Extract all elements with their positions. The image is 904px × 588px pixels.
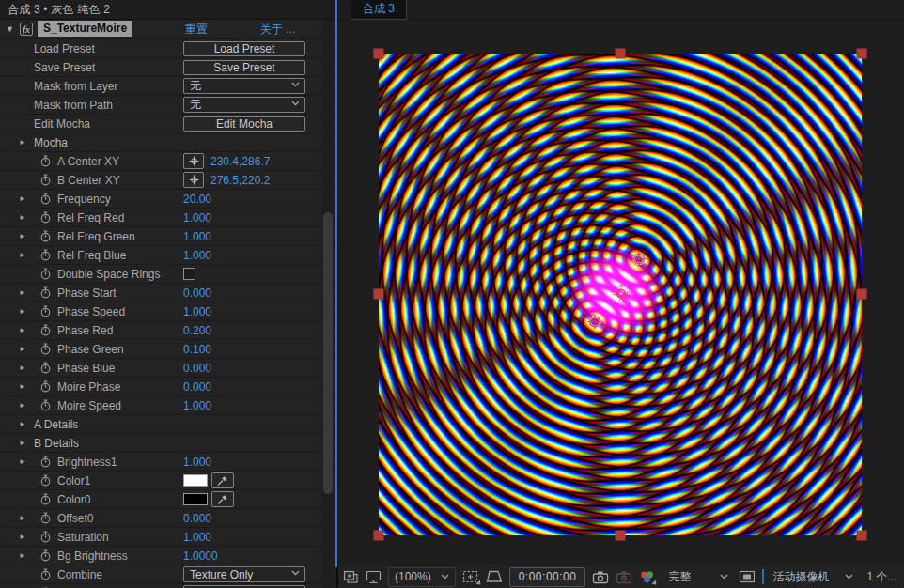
param-value[interactable]: 0.200	[183, 324, 211, 337]
expand-arrow-icon[interactable]: ►	[19, 288, 28, 298]
mask-from-layer-dropdown[interactable]: 无	[183, 78, 305, 94]
expand-arrow-icon[interactable]: ►	[19, 551, 28, 561]
timecode-display[interactable]: 0:00:00:00	[509, 567, 586, 587]
expand-arrow-icon[interactable]: ►	[19, 439, 28, 448]
expand-arrow-icon[interactable]: ►	[19, 213, 28, 223]
composition-tab[interactable]: 合成 3	[351, 0, 407, 20]
color0-swatch[interactable]	[183, 493, 208, 505]
stopwatch-icon[interactable]	[39, 305, 52, 317]
transform-handle[interactable]	[374, 289, 384, 300]
stopwatch-icon[interactable]	[39, 193, 52, 205]
camera-view-select[interactable]: 活动摄像机	[772, 569, 853, 585]
stopwatch-icon[interactable]	[39, 474, 52, 487]
stopwatch-icon[interactable]	[39, 155, 52, 167]
transform-handle[interactable]	[616, 531, 626, 541]
param-value[interactable]: 0.000	[183, 380, 211, 394]
scrollbar-thumb[interactable]	[323, 212, 333, 494]
a-center-xy-crosshair-button[interactable]	[183, 153, 204, 169]
param-value[interactable]: 1.000	[183, 230, 211, 243]
load-preset-button[interactable]: Load Preset	[183, 41, 305, 56]
stopwatch-icon[interactable]	[39, 211, 52, 224]
stopwatch-icon[interactable]	[39, 174, 52, 186]
view-layout-select[interactable]: 1 个...	[866, 569, 904, 585]
expand-arrow-icon[interactable]: ►	[19, 401, 28, 410]
about-link[interactable]: 关于 ...	[260, 22, 295, 38]
expand-arrow-icon[interactable]: ►	[19, 457, 28, 467]
effect-controls-tab[interactable]: 合成 3 • 灰色 纯色 2	[0, 2, 110, 18]
param-value[interactable]: 0.000	[183, 512, 211, 525]
expand-arrow-icon[interactable]: ►	[19, 533, 28, 542]
collapse-arrow-icon[interactable]: ▼	[6, 24, 15, 34]
expand-arrow-icon[interactable]: ►	[19, 345, 28, 354]
stopwatch-icon[interactable]	[39, 399, 52, 411]
color1-eyedropper[interactable]	[211, 472, 234, 488]
save-preset-button[interactable]: Save Preset	[183, 60, 305, 75]
param-value[interactable]: 0.000	[183, 362, 211, 375]
expand-arrow-icon[interactable]: ►	[19, 138, 28, 147]
expand-arrow-icon[interactable]: ►	[19, 420, 28, 429]
magnification-control[interactable]: (100%)	[388, 567, 456, 587]
param-value[interactable]: 1.000	[183, 305, 211, 318]
expand-arrow-icon[interactable]: ►	[19, 364, 28, 373]
stopwatch-icon[interactable]	[39, 549, 52, 562]
transform-handle[interactable]	[616, 49, 626, 59]
stopwatch-icon[interactable]	[39, 456, 52, 468]
transform-handle[interactable]	[374, 49, 384, 59]
a-center-control-point[interactable]	[587, 314, 603, 333]
stopwatch-icon[interactable]	[39, 324, 52, 336]
param-value[interactable]: 20.00	[183, 193, 211, 206]
stopwatch-icon[interactable]	[39, 493, 52, 505]
combine-dropdown[interactable]: Texture Only	[183, 566, 305, 582]
effect-name[interactable]: S_TextureMoire	[38, 21, 132, 37]
stopwatch-icon[interactable]	[39, 531, 52, 543]
anchor-point[interactable]	[613, 285, 631, 305]
transparency-grid-icon[interactable]	[762, 569, 764, 584]
param-value[interactable]: 230.4,286.7	[210, 155, 270, 168]
channel-rgb-icon[interactable]	[639, 570, 655, 584]
effect-panel-scrollbar[interactable]	[322, 20, 334, 588]
stopwatch-icon[interactable]	[39, 230, 52, 242]
stopwatch-icon[interactable]	[39, 380, 52, 393]
expand-arrow-icon[interactable]: ►	[19, 232, 28, 241]
double-space-rings-checkbox[interactable]	[183, 268, 195, 280]
transform-handle[interactable]	[374, 531, 384, 541]
primary-viewer-icon[interactable]	[366, 570, 382, 584]
transform-handle[interactable]	[857, 289, 867, 300]
stopwatch-icon[interactable]	[39, 362, 52, 374]
param-value[interactable]: 1.000	[183, 531, 211, 544]
grid-guides-options-icon[interactable]	[486, 570, 503, 583]
region-of-interest-icon[interactable]	[462, 570, 479, 584]
param-value[interactable]: 1.000	[183, 399, 211, 412]
reset-link[interactable]: 重置	[185, 22, 208, 38]
expand-arrow-icon[interactable]: ►	[19, 514, 28, 523]
transform-handle[interactable]	[857, 531, 867, 541]
show-snapshot-icon[interactable]	[616, 570, 632, 584]
param-value[interactable]: 1.000	[183, 249, 211, 262]
param-value[interactable]: 1.000	[183, 211, 211, 224]
stopwatch-icon[interactable]	[39, 249, 52, 261]
snapshot-icon[interactable]	[592, 570, 609, 584]
stopwatch-icon[interactable]	[39, 286, 52, 299]
param-value[interactable]: 276.5,220.2	[210, 174, 270, 187]
resolution-select[interactable]: 完整	[668, 569, 728, 585]
target-region-icon[interactable]	[739, 570, 756, 583]
expand-arrow-icon[interactable]: ►	[19, 251, 28, 260]
param-value[interactable]: 0.000	[183, 286, 211, 300]
transform-handle[interactable]	[857, 49, 867, 59]
expand-arrow-icon[interactable]: ►	[19, 194, 28, 204]
expand-arrow-icon[interactable]: ►	[19, 307, 28, 317]
stopwatch-icon[interactable]	[39, 343, 52, 355]
mask-from-path-dropdown[interactable]: 无	[183, 97, 305, 113]
color1-swatch[interactable]	[183, 474, 208, 487]
stopwatch-icon[interactable]	[39, 568, 52, 580]
param-value[interactable]: 1.0000	[183, 549, 218, 563]
param-value[interactable]: 0.100	[183, 343, 211, 356]
expand-arrow-icon[interactable]: ►	[19, 382, 28, 392]
expand-arrow-icon[interactable]: ►	[19, 326, 28, 335]
stopwatch-icon[interactable]	[39, 268, 52, 280]
composition-layer[interactable]	[379, 54, 862, 535]
b-center-xy-crosshair-button[interactable]	[183, 172, 204, 188]
stopwatch-icon[interactable]	[39, 512, 52, 524]
b-center-control-point[interactable]	[631, 251, 647, 270]
param-value[interactable]: 1.000	[183, 456, 211, 469]
